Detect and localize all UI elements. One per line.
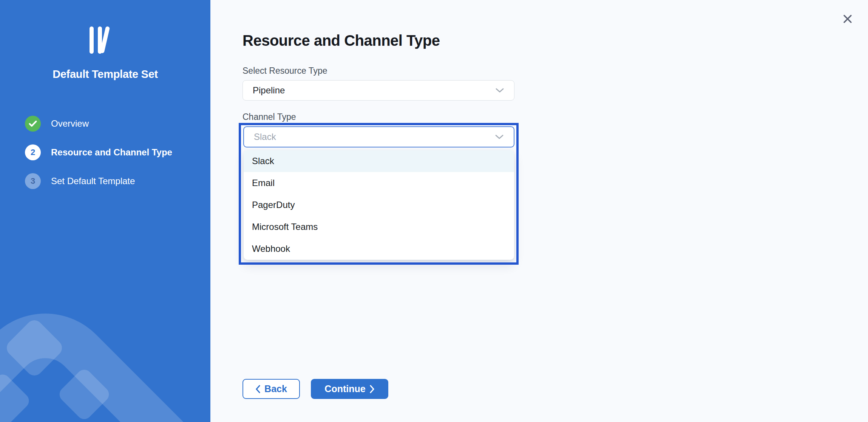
chevron-right-icon — [370, 385, 375, 393]
step-resource-and-channel-type[interactable]: 2 Resource and Channel Type — [25, 144, 202, 160]
channel-type-select[interactable]: Slack — [243, 126, 514, 147]
option-slack[interactable]: Slack — [244, 150, 514, 172]
option-microsoft-teams[interactable]: Microsoft Teams — [244, 216, 514, 238]
step-number-badge: 2 — [25, 144, 41, 160]
continue-button-label: Continue — [324, 383, 365, 394]
channel-type-listbox: Slack Email PagerDuty Microsoft Teams We… — [244, 150, 514, 260]
wizard-modal: Default Template Set Overview 2 Resource… — [0, 0, 868, 422]
page-title: Resource and Channel Type — [242, 32, 440, 49]
step-overview[interactable]: Overview — [25, 116, 202, 132]
step-set-default-template[interactable]: 3 Set Default Template — [25, 173, 202, 189]
wizard-title: Default Template Set — [0, 68, 210, 81]
resource-type-select[interactable]: Pipeline — [242, 80, 514, 101]
chevron-down-icon — [495, 88, 504, 93]
resource-type-value: Pipeline — [253, 85, 495, 96]
option-webhook[interactable]: Webhook — [244, 238, 514, 260]
continue-button[interactable]: Continue — [311, 379, 388, 399]
back-button-label: Back — [264, 383, 287, 394]
channel-type-placeholder: Slack — [254, 132, 495, 142]
option-email[interactable]: Email — [244, 172, 514, 194]
channel-type-label: Channel Type — [242, 112, 296, 122]
step-label: Resource and Channel Type — [51, 147, 172, 158]
step-label: Set Default Template — [51, 176, 135, 186]
chevron-left-icon — [255, 385, 260, 393]
step-label: Overview — [51, 118, 89, 129]
option-pagerduty[interactable]: PagerDuty — [244, 194, 514, 216]
back-button[interactable]: Back — [242, 379, 300, 399]
close-button[interactable] — [840, 11, 855, 26]
chevron-down-icon — [495, 134, 504, 140]
check-icon — [25, 116, 41, 132]
resource-type-label: Select Resource Type — [242, 66, 327, 76]
step-list: Overview 2 Resource and Channel Type 3 S… — [25, 116, 202, 202]
close-icon — [842, 14, 853, 24]
wizard-sidebar: Default Template Set Overview 2 Resource… — [0, 0, 210, 422]
step-number-badge: 3 — [25, 173, 41, 189]
bookshelf-logo-icon — [90, 26, 126, 57]
